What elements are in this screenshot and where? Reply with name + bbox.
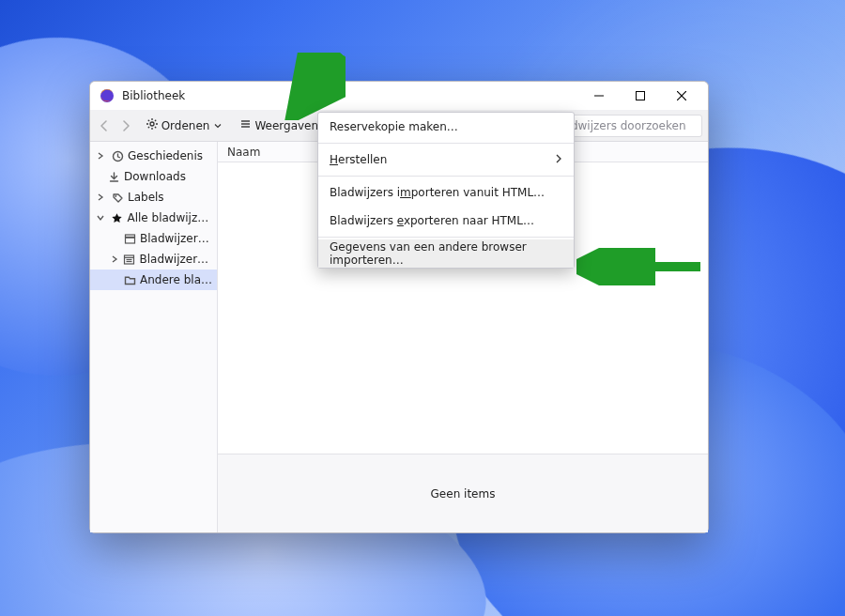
sidebar-label: Downloads (124, 170, 186, 183)
folder-bar-icon (124, 232, 136, 245)
star-icon (111, 211, 124, 224)
minimize-button[interactable] (578, 82, 620, 110)
sidebar-item-downloads[interactable]: Downloads (90, 166, 217, 187)
menu-item-import-html[interactable]: Bladwijzers importeren vanuit HTML… (318, 178, 574, 207)
svg-line-11 (155, 127, 156, 128)
svg-rect-24 (126, 238, 135, 243)
sidebar-label: Labels (128, 191, 164, 204)
chevron-right-icon (555, 153, 562, 166)
menu-item-import-browser[interactable]: Gegevens van een andere browser importer… (318, 239, 574, 268)
window-title: Bibliotheek (122, 89, 185, 102)
library-window: Bibliotheek Ordenen (89, 81, 709, 533)
list-icon (238, 117, 252, 133)
menu-item-export-html[interactable]: Bladwijzers exporteren naar HTML… (318, 207, 574, 235)
sidebar-item-other-bookmarks[interactable]: Andere bladwijzers (90, 270, 217, 290)
svg-point-0 (100, 89, 114, 102)
svg-line-12 (155, 120, 156, 121)
download-icon (107, 170, 120, 183)
folder-icon (124, 273, 136, 286)
empty-label: Geen items (431, 487, 496, 500)
views-label: Weergaven (254, 119, 318, 132)
sidebar-item-labels[interactable]: Labels (90, 187, 217, 208)
organize-menu[interactable]: Ordenen (140, 115, 228, 137)
forward-button[interactable] (117, 115, 133, 137)
organize-label: Ordenen (161, 119, 210, 132)
annotation-arrow-right (576, 248, 708, 285)
close-button[interactable] (661, 82, 702, 110)
twisty-icon[interactable] (109, 255, 119, 263)
svg-rect-2 (637, 92, 645, 100)
menu-separator (318, 237, 574, 238)
svg-rect-23 (126, 235, 135, 237)
sidebar-item-bookmarks-toolbar[interactable]: Bladwijzerwerkbalk (90, 228, 217, 249)
caret-down-icon (214, 119, 222, 132)
menu-separator (318, 176, 574, 177)
sidebar-item-all-bookmarks[interactable]: Alle bladwijzers (90, 208, 217, 228)
import-backup-dropdown: Reservekopie maken… Herstellen Bladwijze… (317, 112, 575, 269)
titlebar: Bibliotheek (90, 82, 708, 110)
sidebar-label: Bladwijzerwerkbalk (140, 232, 213, 245)
sidebar-label: Andere bladwijzers (140, 273, 213, 286)
svg-line-13 (147, 127, 148, 128)
twisty-icon[interactable] (94, 214, 107, 222)
twisty-icon[interactable] (94, 152, 107, 160)
sidebar: Geschiedenis Downloads Labels (90, 142, 218, 532)
menu-separator (318, 143, 574, 144)
svg-point-22 (115, 195, 116, 197)
firefox-icon (100, 88, 115, 103)
svg-point-5 (150, 122, 154, 126)
maximize-button[interactable] (620, 82, 661, 110)
sidebar-label: Bladwijzermenu (139, 253, 213, 266)
svg-line-10 (147, 120, 148, 121)
menu-item-restore[interactable]: Herstellen (318, 146, 574, 174)
details-pane: Geen items (218, 454, 708, 532)
twisty-icon[interactable] (94, 193, 107, 201)
sidebar-item-bookmarks-menu[interactable]: Bladwijzermenu (90, 249, 217, 270)
sidebar-label: Alle bladwijzers (127, 211, 213, 224)
clock-icon (111, 149, 124, 162)
back-button[interactable] (96, 115, 112, 137)
sidebar-label: Geschiedenis (128, 149, 203, 162)
svg-line-29 (300, 58, 336, 105)
folder-menu-icon (123, 253, 135, 266)
gear-icon (146, 117, 159, 133)
menu-item-backup[interactable]: Reservekopie maken… (318, 113, 574, 141)
sidebar-item-history[interactable]: Geschiedenis (90, 146, 217, 166)
annotation-arrow-top (278, 53, 346, 120)
tag-icon (111, 191, 124, 204)
